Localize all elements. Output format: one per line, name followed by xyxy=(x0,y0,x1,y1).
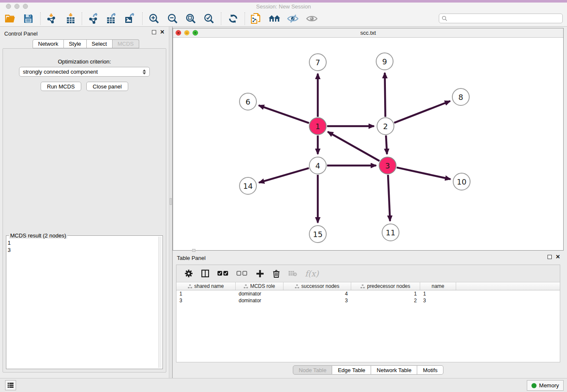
gear-icon[interactable] xyxy=(184,269,193,278)
delete-icon[interactable] xyxy=(272,269,281,278)
column-header-successor-nodes[interactable]: successor nodes xyxy=(284,282,351,290)
search-field[interactable] xyxy=(439,14,563,23)
table-cell[interactable]: 3 xyxy=(420,297,456,304)
float-table-panel-icon[interactable] xyxy=(548,255,552,259)
graph-node-4[interactable]: 4 xyxy=(309,157,327,174)
export-image-icon[interactable] xyxy=(124,13,136,25)
status-bar: Memory xyxy=(0,378,567,392)
graph-node-1[interactable]: 1 xyxy=(309,117,327,135)
column-header-MCDS-role[interactable]: MCDS role xyxy=(236,282,284,290)
open-file-icon[interactable] xyxy=(4,13,17,25)
graph-node-8[interactable]: 8 xyxy=(452,88,470,106)
zoom-in-icon[interactable] xyxy=(148,13,160,25)
column-layout-icon[interactable] xyxy=(201,269,210,278)
new-network-from-selection-icon[interactable] xyxy=(250,13,262,25)
zoom-out-icon[interactable] xyxy=(166,13,179,25)
graph-node-14[interactable]: 14 xyxy=(239,177,257,195)
search-input[interactable] xyxy=(449,16,562,22)
export-table-icon[interactable] xyxy=(105,13,118,25)
show-all-icon[interactable] xyxy=(306,13,318,25)
import-table-icon[interactable] xyxy=(64,13,77,25)
column-header-predecessor-nodes[interactable]: predecessor nodes xyxy=(351,282,420,290)
table-cell[interactable]: 3 xyxy=(176,297,236,304)
table-cell[interactable]: 1 xyxy=(176,290,236,297)
optimization-criterion-label: Optimization criterion: xyxy=(3,58,166,65)
edge-2-8[interactable] xyxy=(394,101,450,123)
table-cell[interactable]: 1 xyxy=(420,290,456,297)
column-label: MCDS role xyxy=(250,283,275,289)
table-row[interactable]: 1dominator411 xyxy=(176,290,560,297)
save-session-icon[interactable] xyxy=(22,13,35,25)
toolbar-separator xyxy=(221,12,221,25)
control-panel-tabs: Network Style Select MCDS xyxy=(33,39,139,48)
mcds-result-text[interactable]: 1 3 xyxy=(8,239,157,367)
import-network-icon[interactable] xyxy=(45,13,58,25)
column-label: predecessor nodes xyxy=(367,283,410,289)
export-network-icon[interactable] xyxy=(87,13,99,25)
tab-style[interactable]: Style xyxy=(64,39,87,48)
hide-selected-icon[interactable] xyxy=(286,13,299,25)
column-header-shared-name[interactable]: shared name xyxy=(176,282,236,290)
window-title: Session: New Session xyxy=(0,3,567,10)
tab-network-table[interactable]: Network Table xyxy=(371,365,417,375)
deselect-checkboxes-icon[interactable] xyxy=(236,269,248,278)
column-type-icon xyxy=(295,284,299,288)
tab-edge-table[interactable]: Edge Table xyxy=(332,365,371,375)
memory-button[interactable]: Memory xyxy=(527,380,564,391)
close-table-panel-icon[interactable]: ✕ xyxy=(556,255,560,259)
table-cell[interactable]: dominator xyxy=(236,297,284,304)
tab-select[interactable]: Select xyxy=(87,39,113,48)
task-history-button[interactable] xyxy=(5,380,16,390)
close-panel-button[interactable]: Close panel xyxy=(86,82,128,91)
column-label: name xyxy=(432,283,444,289)
tab-network[interactable]: Network xyxy=(33,39,64,48)
close-panel-icon[interactable]: ✕ xyxy=(160,30,165,34)
tab-mcds[interactable]: MCDS xyxy=(113,39,139,48)
run-mcds-button[interactable]: Run MCDS xyxy=(41,82,81,91)
tab-motifs[interactable]: Motifs xyxy=(417,365,443,375)
graph-node-2[interactable]: 2 xyxy=(377,117,394,135)
graph-node-11[interactable]: 11 xyxy=(382,224,399,241)
horizontal-splitter-grip[interactable] xyxy=(192,249,195,252)
add-column-icon[interactable] xyxy=(255,269,264,278)
edge-3-10[interactable] xyxy=(396,168,450,179)
table-header-row: shared nameMCDS rolesuccessor nodesprede… xyxy=(176,282,560,290)
table-cell[interactable]: 3 xyxy=(284,297,351,304)
table-cell[interactable]: 4 xyxy=(284,290,351,297)
graph-node-10[interactable]: 10 xyxy=(453,173,471,190)
table-cell[interactable]: dominator xyxy=(236,290,284,297)
result-scrollbar[interactable] xyxy=(158,237,162,368)
table-row[interactable]: 3dominator323 xyxy=(176,297,560,304)
table-cell[interactable]: 1 xyxy=(351,290,420,297)
edge-2-3[interactable] xyxy=(386,135,387,154)
edge-2-9[interactable] xyxy=(385,73,385,117)
network-window-titlebar[interactable]: ✕ − + scc.txt xyxy=(173,28,563,38)
edge-1-6[interactable] xyxy=(259,105,309,123)
graph-node-3[interactable]: 3 xyxy=(379,157,396,174)
network-canvas[interactable]: 7968124314101511 xyxy=(173,38,563,250)
column-header-name[interactable]: name xyxy=(420,282,456,290)
list-icon xyxy=(8,383,14,388)
first-neighbors-icon[interactable] xyxy=(268,13,281,25)
zoom-selected-icon[interactable] xyxy=(203,13,215,25)
splitter-grip[interactable] xyxy=(170,198,172,205)
table-cell[interactable]: 2 xyxy=(351,297,420,304)
edge-3-1[interactable] xyxy=(328,132,380,161)
tab-node-table[interactable]: Node Table xyxy=(293,365,333,375)
table-body: f(x) shared nameMCDS rolesuccessor nodes… xyxy=(176,265,560,362)
graph-node-15[interactable]: 15 xyxy=(309,225,327,243)
select-all-checkboxes-icon[interactable] xyxy=(217,269,229,278)
zoom-fit-icon[interactable] xyxy=(184,13,197,25)
float-panel-icon[interactable] xyxy=(152,30,156,34)
vertical-splitter[interactable] xyxy=(169,27,173,378)
refresh-layout-icon[interactable] xyxy=(227,13,239,25)
graph-node-9[interactable]: 9 xyxy=(376,52,394,70)
column-type-icon xyxy=(188,284,192,288)
edge-4-14[interactable] xyxy=(259,168,309,182)
edge-3-11[interactable] xyxy=(388,175,390,221)
memory-status-icon xyxy=(531,383,537,388)
graph-node-7[interactable]: 7 xyxy=(309,53,327,71)
optimization-criterion-dropdown[interactable]: strongly connected component xyxy=(19,67,150,77)
toolbar-separator xyxy=(245,12,245,25)
graph-node-6[interactable]: 6 xyxy=(239,93,257,110)
